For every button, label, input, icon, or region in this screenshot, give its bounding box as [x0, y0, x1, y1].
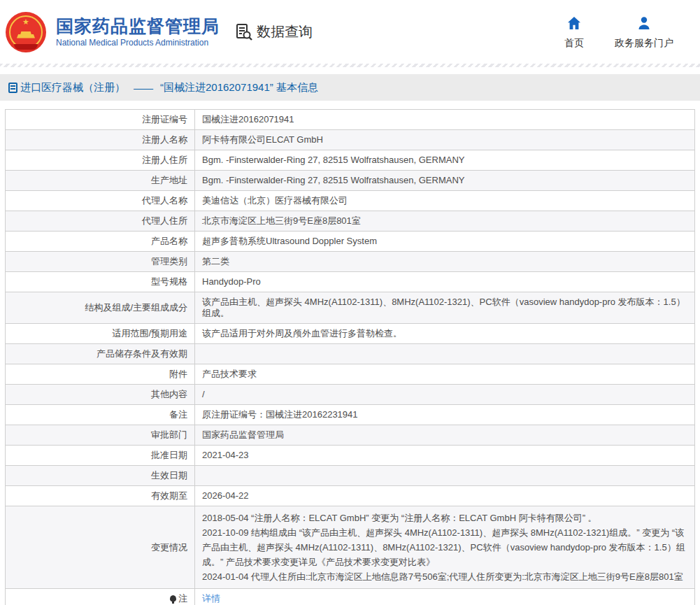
row-value: Bgm. -Finsterwalder-Ring 27, 82515 Wolfr… [195, 150, 695, 171]
home-icon [566, 15, 583, 31]
row-label: 注册人住所 [6, 150, 195, 171]
table-row: 产品储存条件及有效期 [6, 344, 695, 364]
table-row: 注册人住所Bgm. -Finsterwalder-Ring 27, 82515 … [6, 150, 695, 171]
row-label: 变更情况 [6, 506, 195, 589]
change-record-line: 2021-10-09 结构组成由 “该产品由主机、超声探头 4MHz(A1102… [202, 525, 687, 569]
header-nav: 首页 政务服务门户 [564, 15, 683, 50]
user-icon [636, 15, 652, 31]
breadcrumb-current: “国械注进20162071941” 基本信息 [160, 81, 318, 94]
table-row: 产品名称超声多普勒系统Ultrasound Doppler System [6, 232, 695, 252]
row-label: 适用范围/预期用途 [6, 324, 195, 344]
table-row: 型号规格Handydop-Pro [6, 272, 695, 292]
row-label: 产品名称 [6, 232, 195, 252]
data-query-label: 数据查询 [257, 22, 313, 41]
row-label: 附件 [6, 364, 195, 385]
table-row: 有效期至2026-04-22 [6, 486, 695, 506]
nav-gov-portal[interactable]: 政务服务门户 [615, 15, 673, 50]
site-logo[interactable]: ★ 国家药品监督管理局 National Medical Products Ad… [6, 12, 220, 52]
row-label: 注 [6, 589, 195, 605]
document-list-icon [8, 83, 17, 93]
note-icon [170, 595, 176, 602]
row-value: 该产品由主机、超声探头 4MHz(A1102-1311)、8MHz(A1102-… [195, 292, 695, 324]
table-row: 批准日期2021-04-23 [6, 446, 695, 466]
row-label: 型号规格 [6, 272, 195, 292]
row-value: 原注册证编号：国械注进20162231941 [195, 405, 695, 425]
table-row: 备注原注册证编号：国械注进20162231941 [6, 405, 695, 425]
row-value: 该产品适用于对外周及颅外血管进行多普勒检查。 [195, 324, 695, 344]
table-row: 变更情况2018-05-04 “注册人名称：ELCAT GmbH” 变更为 “注… [6, 506, 695, 589]
row-value: 2021-04-23 [195, 446, 695, 466]
nav-home-label: 首页 [564, 37, 584, 50]
row-label: 代理人住所 [6, 211, 195, 232]
table-row: 审批部门国家药品监督管理局 [6, 425, 695, 446]
registration-info-table: 注册证编号国械注进20162071941注册人名称阿卡特有限公司ELCAT Gm… [5, 109, 695, 605]
national-emblem-icon: ★ [6, 12, 46, 52]
row-value: 国械注进20162071941 [195, 110, 695, 130]
change-record-line: 2018-05-04 “注册人名称：ELCAT GmbH” 变更为 “注册人名称… [202, 511, 687, 525]
nav-gov-portal-label: 政务服务门户 [615, 37, 673, 50]
row-label: 有效期至 [6, 486, 195, 506]
row-value: 美迪信达（北京）医疗器械有限公司 [195, 191, 695, 211]
document-search-icon [235, 23, 253, 41]
row-value [195, 344, 695, 364]
row-label: 产品储存条件及有效期 [6, 344, 195, 364]
row-label: 注册证编号 [6, 110, 195, 130]
row-value: 产品技术要求 [195, 364, 695, 385]
row-label: 注册人名称 [6, 130, 195, 150]
row-value: 第二类 [195, 252, 695, 272]
row-label: 备注 [6, 405, 195, 425]
table-row: 代理人住所北京市海淀区上地三街9号E座8层801室 [6, 211, 695, 232]
table-row: 生产地址Bgm. -Finsterwalder-Ring 27, 82515 W… [6, 171, 695, 191]
row-value [195, 466, 695, 486]
row-label: 管理类别 [6, 252, 195, 272]
row-label: 其他内容 [6, 385, 195, 405]
table-row: 注详情 [6, 589, 695, 605]
change-record-line: 2024-01-04 代理人住所由:北京市海淀区上地信息路7号506室;代理人住… [202, 569, 687, 584]
row-value: 国家药品监督管理局 [195, 425, 695, 446]
row-label: 生产地址 [6, 171, 195, 191]
org-title: 国家药品监督管理局 [56, 16, 220, 36]
details-link[interactable]: 详情 [202, 593, 220, 604]
table-row: 其他内容/ [6, 385, 695, 405]
breadcrumb: 进口医疗器械（注册） —— “国械注进20162071941” 基本信息 [0, 74, 700, 101]
row-label: 审批部门 [6, 425, 195, 446]
row-value: 详情 [195, 589, 695, 605]
row-value: 2026-04-22 [195, 486, 695, 506]
row-label: 结构及组成/主要组成成分 [6, 292, 195, 324]
table-row: 结构及组成/主要组成成分该产品由主机、超声探头 4MHz(A1102-1311)… [6, 292, 695, 324]
table-row: 管理类别第二类 [6, 252, 695, 272]
row-value: Handydop-Pro [195, 272, 695, 292]
info-table-body: 注册证编号国械注进20162071941注册人名称阿卡特有限公司ELCAT Gm… [6, 110, 695, 605]
row-value: 北京市海淀区上地三街9号E座8层801室 [195, 211, 695, 232]
table-row: 注册证编号国械注进20162071941 [6, 110, 695, 130]
row-value: 2018-05-04 “注册人名称：ELCAT GmbH” 变更为 “注册人名称… [195, 506, 695, 589]
site-header: ★ 国家药品监督管理局 National Medical Products Ad… [0, 0, 700, 64]
breadcrumb-separator: —— [134, 82, 152, 94]
row-label: 生效日期 [6, 466, 195, 486]
table-row: 适用范围/预期用途该产品适用于对外周及颅外血管进行多普勒检查。 [6, 324, 695, 344]
table-row: 代理人名称美迪信达（北京）医疗器械有限公司 [6, 191, 695, 211]
row-label: 批准日期 [6, 446, 195, 466]
breadcrumb-section[interactable]: 进口医疗器械（注册） [20, 81, 125, 94]
data-query-tab[interactable]: 数据查询 [235, 22, 313, 41]
table-row: 附件产品技术要求 [6, 364, 695, 385]
table-row: 注册人名称阿卡特有限公司ELCAT GmbH [6, 130, 695, 150]
nav-home[interactable]: 首页 [564, 15, 584, 50]
row-value: Bgm. -Finsterwalder-Ring 27, 82515 Wolfr… [195, 171, 695, 191]
row-value: / [195, 385, 695, 405]
table-row: 生效日期 [6, 466, 695, 486]
org-subtitle: National Medical Products Administration [56, 38, 220, 48]
row-label: 代理人名称 [6, 191, 195, 211]
row-value: 超声多普勒系统Ultrasound Doppler System [195, 232, 695, 252]
row-value: 阿卡特有限公司ELCAT GmbH [195, 130, 695, 150]
registration-info: 注册证编号国械注进20162071941注册人名称阿卡特有限公司ELCAT Gm… [0, 101, 700, 605]
